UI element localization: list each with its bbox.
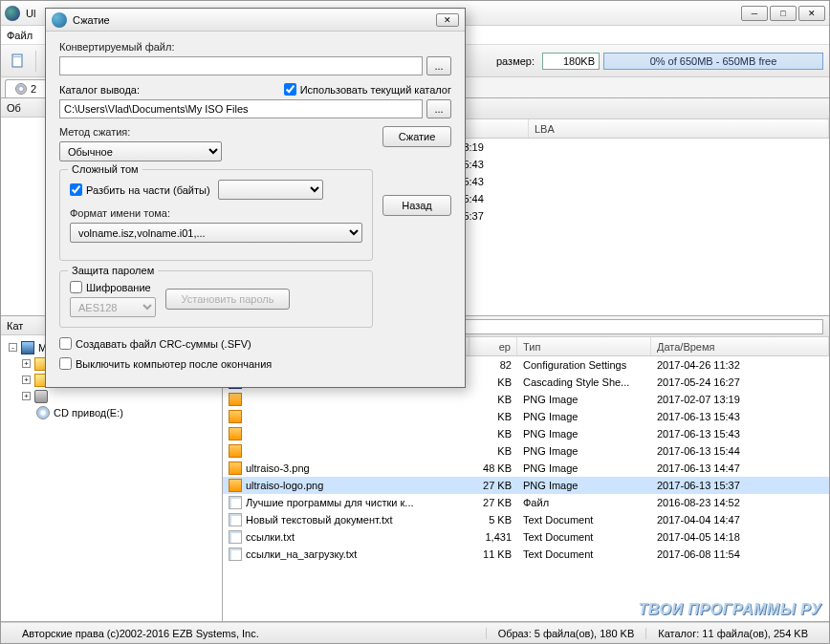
- browse-output-button[interactable]: ...: [426, 99, 451, 118]
- progress-bar: 0% of 650MB - 650MB free: [603, 53, 823, 70]
- output-dir-label: Каталог вывода:: [59, 84, 140, 96]
- file-icon: [229, 496, 242, 509]
- image-tab[interactable]: 2: [5, 79, 47, 97]
- size-field[interactable]: [542, 53, 600, 70]
- shutdown-checkbox[interactable]: Выключить компьютер после окончания: [59, 357, 373, 370]
- password-group-label: Защита паролем: [68, 265, 158, 276]
- dialog-title: Сжатие: [73, 14, 436, 26]
- table-row[interactable]: ultraiso-logo.png27 KBPNG Image2017-06-1…: [223, 477, 829, 494]
- crc-checkbox[interactable]: Создавать файл CRC-суммы (.SFV): [59, 337, 373, 350]
- split-checkbox[interactable]: Разбить на части (байты): [70, 183, 210, 196]
- svg-rect-0: [12, 54, 22, 67]
- volname-select[interactable]: volname.isz,volname.i01,...: [70, 223, 362, 243]
- dialog-icon: [52, 12, 67, 28]
- table-row[interactable]: ссылки.txt1,431Text Document2017-04-05 1…: [223, 528, 829, 546]
- svg-rect-1: [13, 56, 21, 57]
- table-row[interactable]: ссылки_на_загрузку.txt11 KBText Document…: [223, 546, 829, 563]
- col-type[interactable]: Тип: [517, 337, 651, 355]
- tab-label: 2: [31, 83, 36, 95]
- tree-item[interactable]: CD привод(E:): [5, 404, 218, 420]
- cipher-select: AES128: [70, 297, 156, 317]
- table-row[interactable]: KBPNG Image2017-02-07 13:19: [223, 391, 829, 408]
- col-size[interactable]: ер: [470, 337, 517, 355]
- computer-icon: [21, 341, 34, 354]
- file-icon: [229, 530, 242, 544]
- browse-source-button[interactable]: ...: [426, 56, 451, 75]
- file-icon: [229, 393, 242, 406]
- compress-button[interactable]: Сжатие: [382, 126, 451, 147]
- tree-item[interactable]: +: [5, 388, 218, 404]
- close-button[interactable]: ✕: [798, 6, 825, 21]
- toolbar-new-icon[interactable]: [7, 50, 30, 73]
- split-size-select[interactable]: [218, 180, 323, 200]
- table-row[interactable]: KBPNG Image2017-06-13 15:43: [223, 408, 829, 425]
- status-image: Образ: 5 файла(ов), 180 KB: [486, 628, 646, 639]
- output-dir-input[interactable]: [59, 99, 423, 118]
- toolbar-separator: [35, 51, 36, 72]
- table-row[interactable]: Новый текстовый документ.txt5 KBText Doc…: [223, 511, 829, 528]
- dialog-titlebar[interactable]: Сжатие ✕: [46, 9, 465, 32]
- encrypt-checkbox[interactable]: Шифрование: [70, 281, 156, 293]
- compression-dialog: Сжатие ✕ Конвертируемый файл: ... Катало…: [45, 8, 466, 388]
- complex-group-label: Сложный том: [68, 163, 142, 175]
- app-icon: [5, 6, 20, 21]
- file-icon: [229, 513, 242, 526]
- set-password-button: Установить пароль: [165, 289, 290, 310]
- menu-file[interactable]: Файл: [7, 30, 33, 41]
- maximize-button[interactable]: □: [770, 6, 797, 21]
- method-select[interactable]: Обычное: [59, 141, 222, 161]
- file-icon: [229, 427, 242, 440]
- expand-icon[interactable]: -: [9, 343, 17, 352]
- statusbar: Авторские права (c)2002-2016 EZB Systems…: [1, 622, 829, 643]
- minimize-button[interactable]: ─: [741, 6, 768, 21]
- file-icon: [229, 479, 242, 492]
- back-button[interactable]: Назад: [382, 195, 451, 216]
- drive-icon: [34, 390, 48, 403]
- size-label: размер:: [496, 55, 535, 67]
- col-date[interactable]: Дата/Время: [651, 337, 829, 355]
- use-current-checkbox[interactable]: Использовать текущий каталог: [284, 83, 451, 96]
- file-icon: [229, 547, 242, 561]
- expand-icon[interactable]: +: [22, 376, 31, 384]
- expand-icon[interactable]: +: [22, 359, 31, 368]
- table-row[interactable]: ultraiso-3.png48 KBPNG Image2017-06-13 1…: [223, 460, 829, 477]
- disc-icon: [15, 83, 27, 95]
- convert-file-input[interactable]: [59, 56, 423, 75]
- expand-icon[interactable]: +: [22, 392, 31, 400]
- dialog-close-button[interactable]: ✕: [436, 13, 459, 27]
- volname-label: Формат имени тома:: [70, 207, 362, 219]
- table-row[interactable]: Лучшие программы для чистки к...27 KBФай…: [223, 494, 829, 511]
- table-row[interactable]: KBPNG Image2017-06-13 15:44: [223, 442, 829, 460]
- file-icon: [229, 410, 242, 423]
- col-lba[interactable]: LBA: [529, 119, 829, 138]
- table-row[interactable]: KBPNG Image2017-06-13 15:43: [223, 425, 829, 442]
- file-icon: [229, 444, 242, 458]
- method-label: Метод сжатия:: [59, 126, 373, 138]
- cd-icon: [36, 406, 50, 419]
- status-copyright: Авторские права (c)2002-2016 EZB Systems…: [11, 628, 486, 639]
- status-catalog: Каталог: 11 файла(ов), 254 KB: [645, 628, 819, 639]
- file-icon: [229, 462, 242, 475]
- convert-file-label: Конвертируемый файл:: [59, 41, 451, 53]
